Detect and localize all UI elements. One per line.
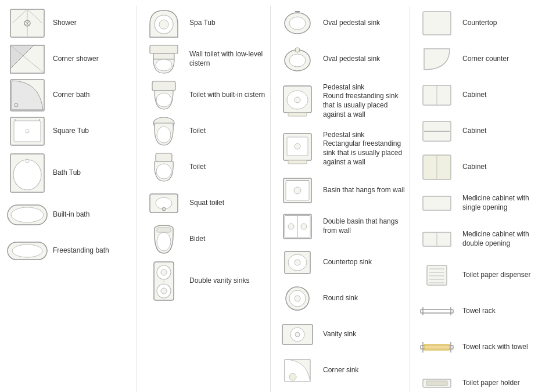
item-square-tub: Square Tub (3, 114, 137, 149)
corner-shower-icon (6, 44, 48, 74)
square-tub-label: Square Tub (53, 127, 89, 136)
svg-point-34 (156, 164, 171, 179)
column-3: Oval pedestal sink Oval pedestal sink (270, 6, 410, 392)
round-sink-icon (277, 283, 318, 314)
item-countertop: Countertop (412, 6, 549, 41)
med-cabinet-single-label: Medicine cabinet with single opening (462, 194, 548, 212)
item-pedestal-sink2: Pedestal sink Rectangular freestanding s… (273, 125, 410, 172)
svg-rect-39 (157, 228, 171, 232)
freestanding-bath-label: Freestanding bath (53, 246, 109, 256)
svg-rect-115 (426, 381, 447, 386)
svg-point-77 (295, 296, 300, 301)
towel-rack-icon (416, 296, 458, 326)
item-double-basin: Double basin that hangs from wall (273, 209, 410, 244)
item-toilet2: Toilet (139, 150, 270, 185)
corner-bath-icon (6, 80, 48, 110)
countertop-sink-label: Countertop sink (323, 258, 372, 267)
squat-toilet-label: Squat toilet (189, 199, 224, 208)
vanity-sink-icon (277, 319, 318, 350)
med-cabinet-double-label: Medicine cabinet with double opening (462, 230, 548, 248)
shower-label: Shower (53, 19, 77, 28)
svg-point-69 (288, 224, 294, 229)
pedestal-sink2-icon (277, 128, 318, 169)
double-vanity-label: Double vanity sinks (189, 276, 249, 286)
oval-pedestal2-icon (277, 44, 318, 74)
med-cabinet-single-icon (416, 188, 458, 218)
svg-point-60 (295, 143, 300, 149)
svg-point-74 (295, 260, 300, 265)
med-cabinet-double-icon (416, 224, 458, 254)
svg-point-37 (162, 207, 166, 211)
main-page: Shower Corner shower Corner bath (0, 0, 549, 392)
bidet-label: Bidet (189, 235, 205, 244)
item-spa-tub: Spa Tub (139, 6, 270, 41)
basin-wall-icon (277, 175, 318, 206)
toilet-builtin-label: Toilet with built-in cistern (189, 91, 265, 100)
towel-rack-label: Towel rack (462, 307, 496, 316)
bidet-icon (143, 224, 185, 254)
svg-point-30 (156, 93, 171, 107)
item-shower: Shower (3, 6, 137, 41)
corner-counter-label: Corner counter (462, 55, 509, 64)
toilet2-icon (143, 152, 185, 182)
round-sink-label: Round sink (323, 294, 358, 303)
item-toilet-builtin: Toilet with built-in cistern (139, 78, 270, 113)
cabinet3-label: Cabinet (462, 163, 486, 172)
countertop-label: Countertop (462, 19, 497, 28)
item-bidet: Bidet (139, 222, 270, 257)
item-double-vanity: Double vanity sinks (139, 258, 270, 304)
svg-point-18 (13, 160, 41, 190)
svg-rect-26 (150, 45, 178, 53)
item-med-cabinet-single: Medicine cabinet with single opening (412, 186, 549, 221)
svg-point-70 (301, 224, 307, 229)
cabinet3-icon (416, 152, 458, 182)
svg-point-28 (156, 59, 172, 71)
built-in-bath-icon (6, 200, 48, 230)
item-cabinet3: Cabinet (412, 150, 549, 185)
tp-holder-label: Toilet paper holder (462, 379, 520, 388)
oval-pedestal2-label: Oval pedestal sink (323, 55, 380, 64)
double-basin-label: Double basin that hangs from wall (323, 217, 406, 235)
cabinet2-icon (416, 116, 458, 146)
pedestal-sink1-icon (277, 81, 318, 121)
svg-point-21 (11, 207, 44, 222)
column-1: Shower Corner shower Corner bath (3, 6, 137, 392)
svg-point-47 (289, 17, 306, 30)
cabinet1-icon (416, 80, 458, 110)
item-towel-rack-towel: Towel rack with towel (412, 330, 549, 365)
svg-point-38 (157, 232, 171, 251)
toilet1-icon (143, 116, 185, 146)
squat-toilet-icon (143, 188, 185, 218)
countertop-sink-icon (277, 247, 318, 278)
pedestal-sink1-label: Pedestal sink (323, 83, 406, 92)
item-towel-rack: Towel rack (412, 294, 549, 329)
pedestal-sink1-sub: Round freestanding sink that is usually … (323, 92, 406, 119)
svg-rect-27 (153, 53, 174, 59)
svg-point-23 (12, 244, 42, 257)
item-oval-pedestal2: Oval pedestal sink (273, 42, 410, 77)
svg-rect-90 (423, 12, 451, 35)
svg-point-53 (295, 48, 300, 52)
svg-rect-111 (424, 344, 450, 350)
item-med-cabinet-double: Medicine cabinet with double opening (412, 222, 549, 257)
item-pedestal-sink1: Pedestal sink Round freestanding sink th… (273, 78, 410, 124)
svg-point-51 (289, 54, 306, 67)
corner-counter-icon (416, 44, 458, 74)
svg-rect-33 (156, 153, 172, 161)
spa-tub-label: Spa Tub (189, 19, 216, 28)
double-basin-icon (277, 211, 318, 242)
toilet1-label: Toilet (189, 127, 206, 136)
item-cabinet1: Cabinet (412, 78, 549, 113)
item-bath-tub: Bath Tub (3, 150, 137, 196)
item-tp-holder: Toilet paper holder (412, 366, 549, 392)
wall-toilet-icon (143, 44, 185, 74)
item-corner-counter: Corner counter (412, 42, 549, 77)
item-round-sink: Round sink (273, 281, 410, 316)
towel-rack-towel-icon (416, 332, 458, 362)
item-countertop-sink: Countertop sink (273, 245, 410, 280)
item-squat-toilet: Squat toilet (139, 186, 270, 221)
svg-rect-101 (427, 265, 447, 285)
oval-pedestal1-icon (277, 8, 318, 38)
svg-point-32 (157, 127, 171, 143)
corner-sink-label: Corner sink (323, 366, 358, 375)
